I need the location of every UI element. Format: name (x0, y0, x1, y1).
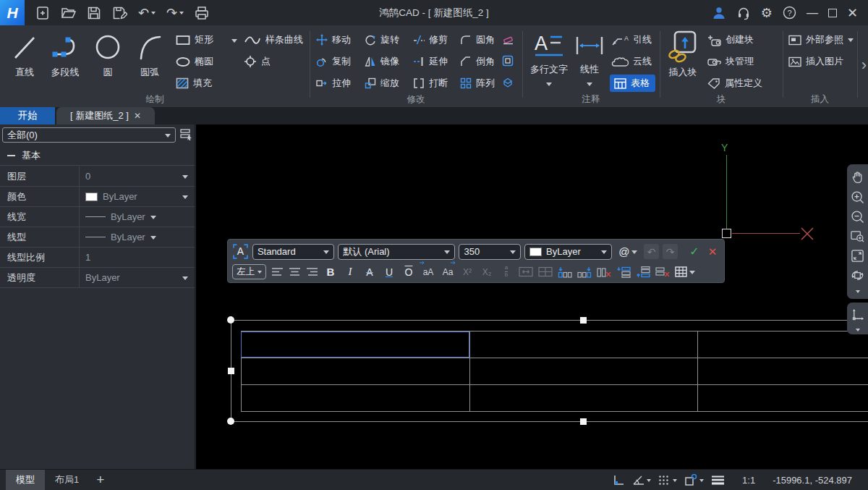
ribbon-scale-button[interactable]: 缩放 (365, 77, 399, 90)
text-cancel-button[interactable]: ✕ (705, 244, 720, 260)
cell-borders-button[interactable] (675, 264, 695, 280)
align-center-icon[interactable] (289, 267, 301, 276)
ribbon-rect-button[interactable]: 矩形 (176, 33, 213, 46)
ribbon-circle-button[interactable]: 圆 (90, 31, 126, 79)
subscript-button[interactable]: X₂ (480, 264, 494, 280)
lowercase-to-uppercase-button[interactable]: aA (421, 264, 435, 280)
symbol-insert-button[interactable]: @ (616, 244, 640, 260)
zoom-window-button[interactable] (847, 227, 868, 246)
save-button[interactable] (87, 6, 101, 20)
xref-dropdown-caret[interactable] (848, 38, 854, 45)
user-account-icon[interactable] (712, 6, 726, 20)
bold-button[interactable]: B (323, 264, 338, 280)
align-left-icon[interactable] (271, 267, 284, 276)
ribbon-copy-button[interactable]: 复制 (316, 55, 351, 68)
ribbon-arc-button[interactable]: 圆弧 (130, 31, 169, 79)
ribbon-attdef-button[interactable]: 属性定义 (707, 77, 762, 90)
zoom-extents-button[interactable] (847, 246, 868, 266)
ribbon-offset-button[interactable] (502, 55, 514, 67)
ribbon-spline-button[interactable]: 样条曲线 (244, 33, 303, 46)
polar-tracking-toggle[interactable] (632, 474, 651, 486)
annotation-scale[interactable]: 1:1 (742, 475, 755, 486)
tab-layout1[interactable]: 布局1 (45, 470, 89, 490)
ribbon-explode-button[interactable] (502, 77, 514, 88)
undo-button[interactable]: ↶ (138, 7, 156, 20)
uppercase-to-lowercase-button[interactable]: Aa (441, 264, 455, 280)
insert-column-right-icon[interactable] (577, 266, 592, 278)
lineweight-value-dropdown[interactable]: ByLayer (80, 207, 195, 227)
text-color-dropdown[interactable]: ByLayer (524, 244, 612, 260)
grip-bottom-middle[interactable] (580, 418, 587, 425)
section-basic[interactable]: 基本 (0, 146, 195, 166)
layer-value-dropdown[interactable]: 0 (80, 166, 195, 186)
underline-button[interactable]: U (382, 264, 396, 280)
ribbon-mtext-button[interactable]: A 多行文字 (527, 31, 571, 89)
maximize-button[interactable] (828, 9, 837, 17)
grip-bottom-left[interactable] (227, 418, 234, 425)
ribbon-trim-button[interactable]: 修剪 (413, 33, 448, 46)
ribbon-create-block-button[interactable]: 创建块 (707, 33, 754, 46)
add-layout-button[interactable]: + (89, 470, 111, 490)
settings-gear-icon[interactable]: ⚙ (761, 7, 773, 20)
selection-filter-dropdown[interactable]: 全部(0) (2, 127, 176, 143)
ribbon-table-button[interactable]: 表格 (610, 75, 655, 92)
mtext-dropdown-caret[interactable] (546, 83, 552, 89)
orbit-flyout-caret[interactable] (847, 285, 868, 297)
open-file-button[interactable] (61, 6, 76, 20)
font-dropdown[interactable]: 默认 (Arial) (338, 244, 455, 260)
object-snap-toggle[interactable] (684, 474, 704, 486)
stack-fraction-button[interactable]: ab (499, 264, 514, 280)
ribbon-chamfer-button[interactable]: 倒角 (460, 55, 495, 68)
ribbon-polyline-button[interactable]: 多段线 (45, 31, 85, 79)
polar-caret[interactable] (647, 479, 651, 484)
linear-dim-dropdown-caret[interactable] (587, 83, 592, 89)
ribbon-rotate-button[interactable]: 旋转 (365, 33, 399, 46)
pan-button[interactable] (847, 168, 868, 187)
help-icon[interactable]: ? (783, 6, 796, 20)
ribbon-extend-button[interactable]: 延伸 (413, 55, 448, 68)
ribbon-insert-block-button[interactable]: 插入块 (664, 30, 702, 79)
zoom-in-button[interactable] (847, 187, 868, 207)
tab-start[interactable]: 开始 (0, 107, 55, 124)
ribbon-fillet-button[interactable]: 圆角 (460, 33, 495, 46)
superscript-button[interactable]: X² (460, 264, 475, 280)
support-headset-icon[interactable] (736, 6, 751, 20)
ribbon-expand-button[interactable]: › (861, 56, 867, 75)
text-confirm-button[interactable]: ✓ (687, 244, 702, 260)
save-as-button[interactable] (112, 6, 127, 20)
delete-row-icon[interactable] (655, 266, 670, 278)
align-right-icon[interactable] (306, 267, 318, 276)
grip-top-left[interactable] (227, 316, 234, 324)
ribbon-break-button[interactable]: 打断 (413, 77, 448, 90)
insert-column-left-icon[interactable] (558, 266, 572, 278)
table-active-cell[interactable] (241, 331, 469, 358)
ribbon-point-button[interactable]: 点 (244, 55, 271, 68)
ribbon-stretch-button[interactable]: 拉伸 (316, 77, 351, 90)
ribbon-ellipse-button[interactable]: 椭圆 (176, 55, 213, 68)
minimize-button[interactable]: — (807, 7, 818, 19)
zoom-out-button[interactable] (847, 207, 868, 227)
text-style-dropdown[interactable]: Standard (252, 244, 334, 260)
tab-drawing[interactable]: [ 新建图纸_2 ] ✕ (56, 107, 155, 124)
tab-close-icon[interactable]: ✕ (134, 111, 141, 121)
grip-left-middle[interactable] (228, 368, 234, 374)
ribbon-array-button[interactable]: 阵列 (460, 77, 495, 90)
justify-dropdown[interactable]: 左上 (232, 264, 266, 279)
ribbon-leader-button[interactable]: A 引线 (611, 33, 652, 46)
orbit-button[interactable] (847, 266, 868, 285)
ribbon-erase-button[interactable] (502, 33, 514, 45)
grid-caret[interactable] (673, 479, 677, 484)
app-logo-icon[interactable]: H (0, 0, 25, 25)
ucs-tool-button[interactable] (847, 305, 868, 324)
text-autofit-icon[interactable]: A (232, 243, 249, 260)
linetype-value-dropdown[interactable]: ByLayer (80, 227, 195, 247)
ribbon-hatch-button[interactable]: 填充 (176, 77, 212, 90)
ribbon-xref-button[interactable]: 外部参照 (788, 33, 854, 46)
overline-button[interactable]: O (401, 264, 416, 280)
transparency-value-dropdown[interactable]: ByLayer (80, 268, 195, 287)
drawing-canvas[interactable]: Y A Standard (196, 124, 868, 469)
ltscale-value-field[interactable]: 1 (80, 248, 195, 267)
strikethrough-button[interactable]: A (362, 264, 377, 280)
tab-model[interactable]: 模型 (6, 470, 45, 490)
merge-cells-icon[interactable] (519, 266, 533, 277)
